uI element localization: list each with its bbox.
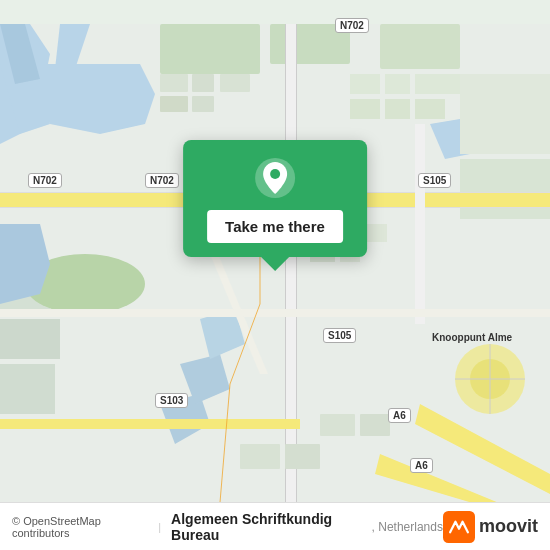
- svg-rect-12: [460, 159, 550, 219]
- svg-rect-8: [350, 99, 380, 119]
- moovit-logo: moovit: [443, 511, 538, 543]
- place-name: Algemeen Schriftkundig Bureau: [171, 511, 365, 543]
- svg-rect-11: [460, 74, 550, 154]
- svg-rect-9: [385, 99, 410, 119]
- country-name: , Netherlands: [372, 520, 443, 534]
- svg-rect-40: [160, 96, 188, 112]
- popup-card: Take me there: [183, 140, 367, 257]
- svg-rect-3: [380, 24, 460, 69]
- svg-rect-29: [0, 309, 550, 317]
- road-label-n702-mid: N702: [145, 173, 179, 188]
- road-label-a6-1: A6: [388, 408, 411, 423]
- svg-rect-30: [0, 419, 300, 429]
- road-label-n702-left: N702: [28, 173, 62, 188]
- bottom-left-section: © OpenStreetMap contributors | Algemeen …: [12, 511, 443, 543]
- svg-rect-4: [350, 74, 380, 94]
- svg-rect-34: [360, 414, 390, 436]
- moovit-icon: [443, 511, 475, 543]
- location-pin-icon: [253, 156, 297, 200]
- svg-rect-6: [415, 74, 445, 94]
- take-me-there-button[interactable]: Take me there: [207, 210, 343, 243]
- knooppunt-label: Knooppunt Alme: [432, 332, 512, 343]
- svg-rect-5: [385, 74, 410, 94]
- road-label-a6-2: A6: [410, 458, 433, 473]
- svg-rect-36: [285, 444, 320, 469]
- map-container: N702 N702 N702 S105 S105 S103 A6 A6 Knoo…: [0, 0, 550, 550]
- svg-point-43: [270, 169, 280, 179]
- road-label-s105-mid: S105: [323, 328, 356, 343]
- svg-rect-39: [220, 74, 250, 92]
- moovit-text: moovit: [479, 516, 538, 537]
- svg-rect-1: [160, 24, 260, 74]
- svg-rect-37: [160, 74, 188, 92]
- svg-rect-33: [320, 414, 355, 436]
- svg-rect-15: [0, 364, 55, 414]
- bottom-bar: © OpenStreetMap contributors | Algemeen …: [0, 502, 550, 550]
- osm-attribution: © OpenStreetMap contributors: [12, 515, 148, 539]
- road-label-s103: S103: [155, 393, 188, 408]
- svg-rect-26: [365, 224, 387, 242]
- road-label-s105-right: S105: [418, 173, 451, 188]
- svg-rect-14: [0, 319, 60, 359]
- svg-rect-10: [415, 99, 445, 119]
- svg-rect-41: [192, 96, 214, 112]
- map-background: [0, 0, 550, 550]
- svg-rect-22: [415, 124, 425, 324]
- svg-rect-38: [192, 74, 214, 92]
- svg-rect-35: [240, 444, 280, 469]
- road-label-n702-top: N702: [335, 18, 369, 33]
